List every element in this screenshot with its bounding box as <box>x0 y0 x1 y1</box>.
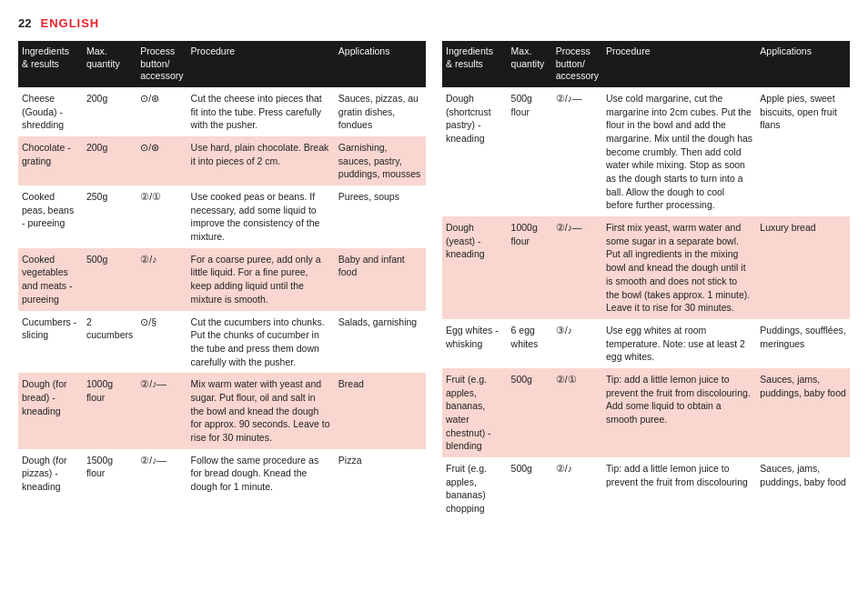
right-col-ingredients: Ingredients& results <box>442 41 508 87</box>
cell-maxqty: 250g <box>83 185 136 248</box>
table-row: Cucumbers - slicing2 cucumbers⊙/§Cut the… <box>18 311 426 374</box>
cell-procedure: For a coarse puree, add only a little li… <box>187 248 335 311</box>
cell-process: ②/♪ <box>136 248 187 311</box>
cell-ingredients: Cooked vegetables and meats - pureeing <box>18 248 83 311</box>
cell-applications: Purees, soups <box>335 185 426 248</box>
table-row: Cheese (Gouda) - shredding200g⊙/⊛Cut the… <box>18 87 426 136</box>
cell-maxqty: 200g <box>83 136 136 185</box>
table-row: Fruit (e.g. apples, bananas, water chest… <box>442 368 850 457</box>
table-row: Dough (for bread) - kneading1000g flour②… <box>18 373 426 448</box>
left-table: Ingredients& results Max.quantity Proces… <box>18 41 426 498</box>
left-col-ingredients: Ingredients& results <box>18 41 83 87</box>
cell-procedure: Use cooked peas or beans. If necessary, … <box>187 185 335 248</box>
cell-applications: Sauces, jams, puddings, baby food <box>756 368 850 457</box>
table-row: Egg whites - whisking6 egg whites③/♪Use … <box>442 319 850 368</box>
cell-ingredients: Egg whites - whisking <box>442 319 508 368</box>
left-col-applications: Applications <box>335 41 426 87</box>
cell-ingredients: Fruit (e.g. apples, bananas, water chest… <box>442 368 508 457</box>
cell-applications: Sauces, pizzas, au gratin dishes, fondue… <box>335 87 426 136</box>
cell-procedure: Cut the cheese into pieces that fit into… <box>187 87 335 136</box>
cell-maxqty: 200g <box>83 87 136 136</box>
cell-ingredients: Cucumbers - slicing <box>18 311 83 374</box>
cell-procedure: First mix yeast, warm water and some sug… <box>602 216 756 319</box>
right-col-maxqty: Max.quantity <box>508 41 552 87</box>
cell-applications: Salads, garnishing <box>335 311 426 374</box>
cell-maxqty: 2 cucumbers <box>83 311 136 374</box>
table-row: Dough (for pizzas) - kneading1500g flour… <box>18 449 426 498</box>
right-table-section: Ingredients& results Max.quantity Proces… <box>442 41 850 520</box>
cell-applications: Bread <box>335 373 426 448</box>
right-table: Ingredients& results Max.quantity Proces… <box>442 41 850 520</box>
cell-maxqty: 500g <box>83 248 136 311</box>
left-col-procedure: Procedure <box>187 41 335 87</box>
cell-procedure: Follow the same procedure as for bread d… <box>187 449 335 498</box>
cell-procedure: Use cold margarine, cut the margarine in… <box>602 87 756 216</box>
cell-procedure: Mix warm water with yeast and sugar. Put… <box>187 373 335 448</box>
cell-process: ③/♪ <box>552 319 602 368</box>
cell-applications: Apple pies, sweet biscuits, open fruit f… <box>756 87 850 216</box>
cell-process: ②/♪— <box>136 373 187 448</box>
cell-ingredients: Dough (for bread) - kneading <box>18 373 83 448</box>
cell-procedure: Tip: add a little lemon juice to prevent… <box>602 457 756 520</box>
table-row: Cooked vegetables and meats - pureeing50… <box>18 248 426 311</box>
cell-ingredients: Cheese (Gouda) - shredding <box>18 87 83 136</box>
cell-ingredients: Fruit (e.g. apples, bananas) chopping <box>442 457 508 520</box>
cell-applications: Sauces, jams, puddings, baby food <box>756 457 850 520</box>
table-row: Cooked peas, beans - pureeing250g②/①Use … <box>18 185 426 248</box>
cell-procedure: Tip: add a little lemon juice to prevent… <box>602 368 756 457</box>
cell-ingredients: Dough (for pizzas) - kneading <box>18 449 83 498</box>
cell-applications: Luxury bread <box>756 216 850 319</box>
tables-wrapper: Ingredients& results Max.quantity Proces… <box>18 41 850 520</box>
cell-maxqty: 1000g flour <box>83 373 136 448</box>
page-language: ENGLISH <box>40 16 99 30</box>
page-number: 22 <box>18 16 31 30</box>
cell-applications: Garnishing, sauces, pastry, puddings, mo… <box>335 136 426 185</box>
cell-process: ⊙/§ <box>136 311 187 374</box>
cell-maxqty: 6 egg whites <box>508 319 552 368</box>
cell-ingredients: Chocolate - grating <box>18 136 83 185</box>
cell-procedure: Use egg whites at room temperature. Note… <box>602 319 756 368</box>
cell-ingredients: Cooked peas, beans - pureeing <box>18 185 83 248</box>
table-row: Dough (shortcrust pastry) - kneading500g… <box>442 87 850 216</box>
left-col-process: Processbutton/accessory <box>136 41 187 87</box>
cell-maxqty: 500g <box>508 457 552 520</box>
right-col-process: Processbutton/accessory <box>552 41 602 87</box>
left-table-section: Ingredients& results Max.quantity Proces… <box>18 41 426 520</box>
right-col-applications: Applications <box>756 41 850 87</box>
cell-maxqty: 500g flour <box>508 87 552 216</box>
table-row: Chocolate - grating200g⊙/⊛Use hard, plai… <box>18 136 426 185</box>
cell-process: ②/♪ <box>552 457 602 520</box>
cell-procedure: Cut the cucumbers into chunks. Put the c… <box>187 311 335 374</box>
cell-applications: Puddings, soufflées, meringues <box>756 319 850 368</box>
cell-process: ②/♪— <box>552 87 602 216</box>
cell-ingredients: Dough (yeast) - kneading <box>442 216 508 319</box>
cell-process: ②/① <box>136 185 187 248</box>
cell-applications: Baby and infant food <box>335 248 426 311</box>
cell-maxqty: 500g <box>508 368 552 457</box>
cell-procedure: Use hard, plain chocolate. Break it into… <box>187 136 335 185</box>
cell-process: ⊙/⊛ <box>136 87 187 136</box>
left-col-maxqty: Max.quantity <box>83 41 136 87</box>
right-col-procedure: Procedure <box>602 41 756 87</box>
cell-process: ②/♪— <box>552 216 602 319</box>
cell-process: ②/♪— <box>136 449 187 498</box>
table-row: Fruit (e.g. apples, bananas) chopping500… <box>442 457 850 520</box>
table-row: Dough (yeast) - kneading1000g flour②/♪—F… <box>442 216 850 319</box>
cell-applications: Pizza <box>335 449 426 498</box>
cell-process: ⊙/⊛ <box>136 136 187 185</box>
cell-process: ②/① <box>552 368 602 457</box>
cell-ingredients: Dough (shortcrust pastry) - kneading <box>442 87 508 216</box>
cell-maxqty: 1000g flour <box>508 216 552 319</box>
cell-maxqty: 1500g flour <box>83 449 136 498</box>
